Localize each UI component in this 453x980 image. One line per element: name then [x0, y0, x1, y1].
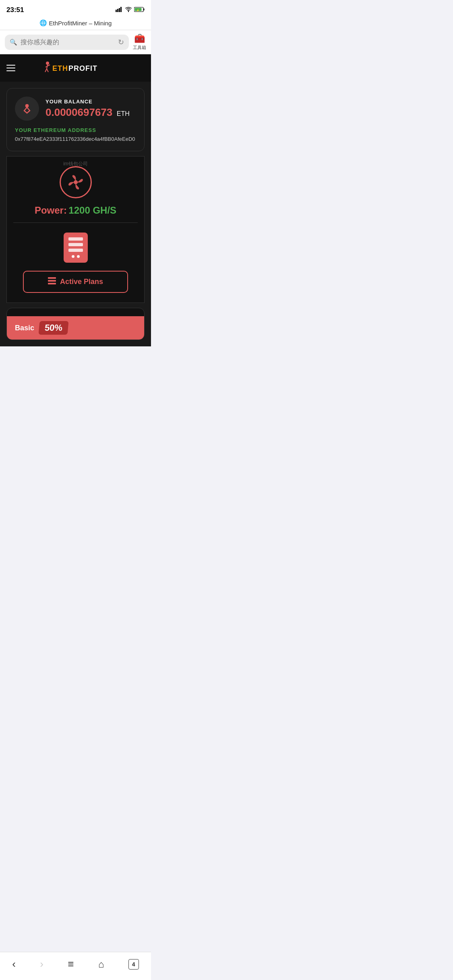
mining-card: im钱包公司 Power [6, 156, 145, 303]
browser-bar: 🌐 EthProfitMiner – Mining [0, 18, 151, 30]
svg-point-23 [75, 181, 77, 183]
balance-top: YOUR BALANCE 0.0000697673 ETH [15, 97, 136, 121]
balance-icon [15, 97, 39, 121]
svg-rect-1 [117, 9, 118, 12]
eth-icon-svg [20, 102, 34, 115]
server-dot-2 [77, 255, 80, 258]
toolbox-button[interactable]: 🧰 工具箱 [133, 33, 146, 51]
discount-badge: 50% [39, 321, 69, 335]
svg-line-10 [45, 69, 47, 72]
reload-button[interactable]: ↻ [118, 38, 124, 47]
app-header: ETH PROFIT [0, 54, 151, 82]
svg-text:PROFIT: PROFIT [68, 64, 97, 72]
status-bar: 23:51 ⚡ [0, 0, 151, 18]
globe-icon: 🌐 [39, 19, 47, 27]
svg-line-11 [47, 69, 48, 72]
svg-text:ETH: ETH [52, 64, 68, 72]
hamburger-line-2 [6, 68, 15, 68]
svg-line-20 [27, 111, 30, 113]
server-slot-3 [68, 249, 83, 252]
hamburger-menu-button[interactable] [6, 65, 15, 71]
balance-card: YOUR BALANCE 0.0000697673 ETH YOUR ETHER… [6, 88, 145, 151]
signal-icon [116, 6, 123, 14]
power-row: Power: 1200 GH/S [35, 205, 116, 216]
svg-rect-24 [48, 277, 56, 279]
toolbox-icon: 🧰 [134, 33, 145, 44]
basic-banner: Basic 50% [7, 316, 144, 340]
status-time: 23:51 [6, 6, 24, 14]
fan-icon [60, 166, 92, 198]
search-input-wrap[interactable]: 🔍 ↻ [5, 35, 129, 50]
browser-title: 🌐 EthProfitMiner – Mining [6, 19, 145, 27]
balance-amount: 0.0000697673 [46, 106, 112, 118]
svg-text:⚡: ⚡ [136, 8, 140, 12]
balance-label: YOUR BALANCE [46, 99, 136, 105]
server-dot-1 [72, 255, 74, 258]
svg-line-19 [24, 111, 27, 113]
hamburger-line-1 [6, 65, 15, 66]
battery-icon: ⚡ [134, 6, 145, 14]
search-input[interactable] [21, 39, 115, 46]
search-icon: 🔍 [10, 39, 17, 46]
balance-amount-row: 0.0000697673 ETH [46, 106, 136, 119]
plans-section: Active Plans [13, 229, 138, 293]
svg-rect-2 [119, 8, 120, 12]
server-slot-1 [68, 237, 83, 241]
search-bar-row: 🔍 ↻ 🧰 工具箱 [0, 30, 151, 54]
eth-address-value: 0x77f874eEA2333f111762336dec4a4fBB0AfeEe… [15, 136, 136, 143]
status-icons: ⚡ [116, 6, 145, 14]
svg-point-8 [46, 62, 49, 65]
balance-right: YOUR BALANCE 0.0000697673 ETH [46, 99, 136, 119]
hamburger-line-3 [6, 70, 15, 71]
svg-line-18 [27, 107, 30, 111]
server-icon [64, 233, 88, 263]
svg-rect-25 [48, 280, 56, 282]
server-dots [72, 255, 80, 258]
basic-label: Basic [15, 324, 34, 332]
bottom-preview-card: Basic 50% [6, 308, 145, 340]
server-slot-2 [68, 243, 83, 246]
logo-svg: ETH PROFIT [43, 60, 108, 76]
power-value: 1200 GH/S [68, 205, 116, 216]
svg-rect-3 [120, 7, 122, 12]
balance-currency: ETH [117, 110, 130, 117]
active-plans-button[interactable]: Active Plans [23, 271, 128, 293]
watermark: im钱包公司 [63, 161, 88, 167]
eth-address-label: YOUR ETHEREUM ADDRESS [15, 127, 136, 133]
fan-svg [66, 172, 86, 192]
svg-rect-5 [144, 8, 145, 10]
divider [13, 222, 138, 223]
svg-rect-26 [48, 283, 56, 284]
plans-list-icon [48, 277, 56, 286]
logo: ETH PROFIT [43, 60, 108, 76]
wifi-icon [125, 6, 132, 14]
svg-rect-0 [116, 10, 117, 12]
svg-line-17 [24, 107, 27, 111]
power-label: Power: [35, 205, 67, 216]
main-content: YOUR BALANCE 0.0000697673 ETH YOUR ETHER… [0, 82, 151, 346]
